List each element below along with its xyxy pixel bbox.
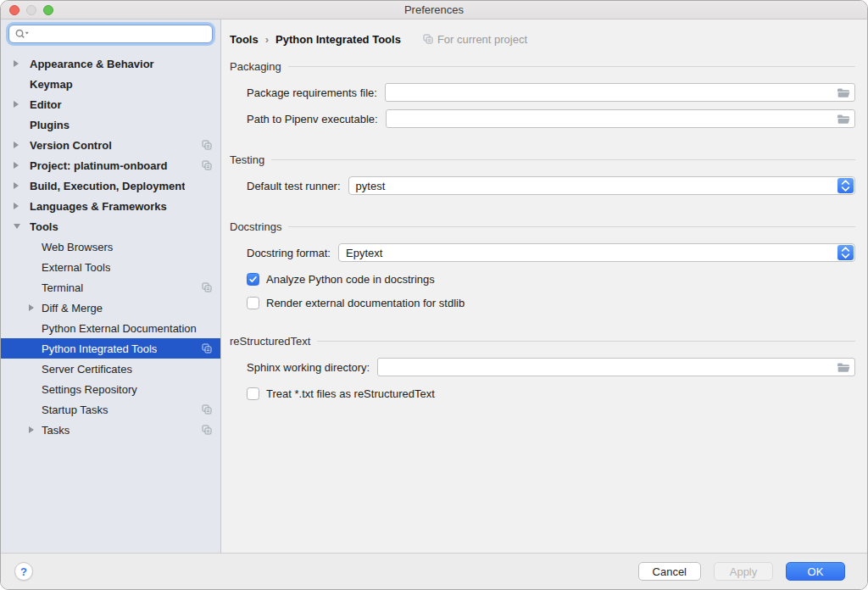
checkbox-label: Treat *.txt files as reStructuredText: [266, 387, 435, 400]
select-row-default-test-runner: Default test runner:pytest: [247, 176, 855, 195]
sidebar-item-label: Editor: [30, 98, 62, 111]
sidebar-item-languages-frameworks[interactable]: Languages & Frameworks: [1, 196, 220, 216]
sidebar-item-label: Tasks: [42, 424, 70, 437]
section-testing: TestingDefault test runner:pytest: [230, 153, 855, 195]
sidebar-item-label: Settings Repository: [42, 383, 137, 396]
checkbox-label: Analyze Python code in docstrings: [266, 273, 435, 286]
sidebar-item-terminal[interactable]: Terminal: [1, 277, 220, 298]
sidebar-item-version-control[interactable]: Version Control: [1, 135, 220, 155]
chevron-right-icon: [14, 162, 19, 169]
select-default-test-runner[interactable]: pytest: [348, 176, 855, 195]
file-field-row-path-to-pipenv-executable: Path to Pipenv executable:: [247, 109, 855, 128]
section-divider: [288, 226, 855, 227]
sidebar-item-tasks[interactable]: Tasks: [1, 420, 220, 440]
dialog-footer: ? Cancel Apply OK: [1, 553, 867, 589]
sidebar-item-settings-repository[interactable]: Settings Repository: [1, 379, 220, 399]
section-restructuredtext: reStructuredTextSphinx working directory…: [230, 335, 855, 400]
sidebar-item-project-platinum-onboard[interactable]: Project: platinum-onboard: [1, 155, 220, 175]
field-label: Sphinx working directory:: [247, 361, 370, 374]
section-title: Docstrings: [230, 220, 281, 233]
section-header: Testing: [230, 153, 855, 166]
settings-panel: Tools › Python Integrated Tools For curr…: [221, 19, 867, 553]
expand-arrow-slot: [14, 182, 30, 189]
expand-arrow-slot: [14, 203, 30, 209]
sidebar-item-keymap[interactable]: Keymap: [1, 74, 220, 94]
section-divider: [288, 66, 855, 67]
window-title: Preferences: [404, 3, 464, 16]
sidebar-item-external-tools[interactable]: External Tools: [1, 257, 220, 277]
checkbox-unchecked[interactable]: [247, 387, 259, 400]
search-icon[interactable]: [14, 28, 30, 40]
chevron-right-icon: [29, 304, 34, 311]
scope-note-label: For current project: [437, 33, 527, 46]
section-docstrings: DocstringsDocstring format:EpytextAnalyz…: [230, 220, 855, 309]
help-icon: ?: [20, 565, 27, 578]
sidebar-item-tools[interactable]: Tools: [1, 216, 220, 237]
apply-button[interactable]: Apply: [714, 562, 773, 581]
breadcrumb-tools[interactable]: Tools: [230, 33, 259, 46]
field-label: Docstring format:: [247, 247, 331, 259]
sidebar-item-editor[interactable]: Editor: [1, 94, 220, 114]
checkbox-unchecked[interactable]: [247, 297, 259, 309]
sidebar-item-label: Web Browsers: [42, 241, 113, 253]
search-input[interactable]: [32, 26, 209, 42]
file-field-row-package-requirements-file: Package requirements file:: [247, 83, 855, 102]
checkbox-row-render-external-documentation-for-stdlib[interactable]: Render external documentation for stdlib: [247, 297, 855, 309]
sidebar-item-build-execution-deployment[interactable]: Build, Execution, Deployment: [1, 175, 220, 196]
chevron-down-icon: [14, 224, 20, 229]
select-stepper-icon[interactable]: [837, 245, 854, 260]
sidebar-item-label: Python External Documentation: [42, 322, 197, 335]
preferences-window: Preferences Appearance & BehaviorKeymapE…: [0, 0, 868, 590]
chevron-right-icon: [14, 203, 19, 209]
zoom-window-button[interactable]: [43, 5, 53, 15]
field-label: Package requirements file:: [247, 86, 377, 99]
traffic-lights: [9, 5, 53, 15]
select-stepper-icon[interactable]: [837, 178, 854, 193]
cancel-button[interactable]: Cancel: [638, 562, 701, 581]
sidebar-item-plugins[interactable]: Plugins: [1, 114, 220, 135]
sidebar-item-appearance-behavior[interactable]: Appearance & Behavior: [1, 53, 220, 74]
search-box[interactable]: [8, 25, 213, 43]
folder-icon[interactable]: [837, 114, 850, 125]
help-button[interactable]: ?: [14, 562, 33, 581]
sidebar-item-startup-tasks[interactable]: Startup Tasks: [1, 399, 220, 420]
shared-settings-icon: [202, 282, 212, 292]
expand-arrow-slot: [29, 426, 42, 433]
section-header: Docstrings: [230, 220, 855, 233]
input-sphinx-working-directory[interactable]: [377, 358, 855, 376]
folder-icon[interactable]: [837, 362, 850, 373]
page-title: Python Integrated Tools: [275, 33, 401, 46]
sidebar-item-label: Keymap: [30, 78, 73, 91]
sidebar-item-label: Startup Tasks: [42, 404, 108, 416]
checkbox-label: Render external documentation for stdlib: [266, 297, 465, 309]
section-packaging: PackagingPackage requirements file:Path …: [230, 60, 855, 128]
sidebar-item-label: Project: platinum-onboard: [30, 159, 168, 172]
minimize-window-button[interactable]: [26, 5, 36, 15]
breadcrumb: Tools › Python Integrated Tools For curr…: [230, 31, 855, 47]
checkbox-row-analyze-python-code-in-docstrings[interactable]: Analyze Python code in docstrings: [247, 273, 855, 286]
sidebar-item-label: Diff & Merge: [42, 302, 103, 314]
sidebar-item-web-browsers[interactable]: Web Browsers: [1, 237, 220, 257]
select-docstring-format[interactable]: Epytext: [338, 243, 855, 262]
close-window-button[interactable]: [9, 5, 19, 15]
titlebar: Preferences: [1, 1, 867, 19]
sidebar-item-label: Terminal: [42, 281, 83, 294]
checkbox-checked[interactable]: [247, 273, 259, 286]
input-package-requirements-file[interactable]: [385, 83, 855, 102]
shared-settings-icon: [202, 140, 212, 150]
sidebar-item-python-external-documentation[interactable]: Python External Documentation: [1, 318, 220, 338]
shared-settings-icon: [202, 404, 212, 415]
select-value: pytest: [349, 180, 386, 192]
sidebar-item-server-certificates[interactable]: Server Certificates: [1, 359, 220, 379]
checkbox-row-treat-txt-files-as-restructuredtext[interactable]: Treat *.txt files as reStructuredText: [247, 387, 855, 400]
input-path-to-pipenv-executable[interactable]: [386, 109, 855, 128]
breadcrumb-separator-icon: ›: [265, 33, 269, 46]
ok-button[interactable]: OK: [786, 562, 845, 581]
sidebar-item-label: Tools: [30, 220, 58, 233]
folder-icon[interactable]: [837, 87, 850, 98]
sidebar-item-python-integrated-tools[interactable]: Python Integrated Tools: [1, 338, 220, 359]
expand-arrow-slot: [14, 162, 30, 169]
sidebar-item-label: Build, Execution, Deployment: [30, 180, 185, 192]
sidebar-item-label: Python Integrated Tools: [42, 342, 157, 355]
sidebar-item-diff-merge[interactable]: Diff & Merge: [1, 298, 220, 318]
